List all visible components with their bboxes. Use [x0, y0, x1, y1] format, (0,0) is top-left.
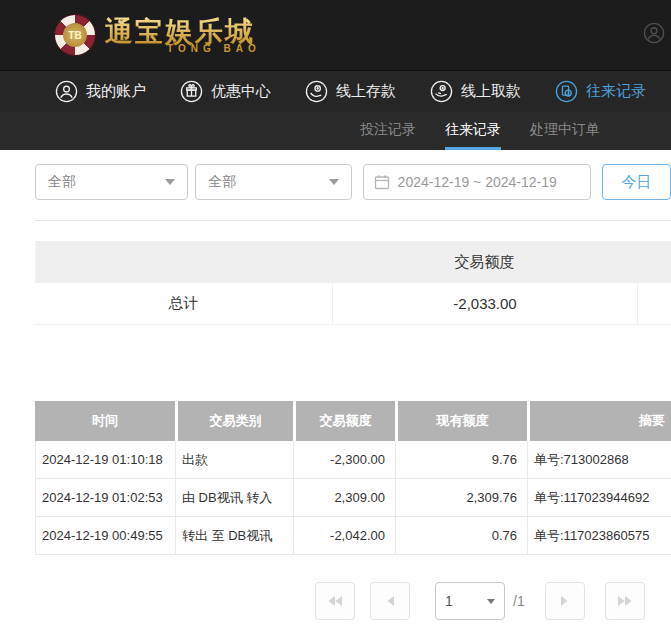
left-arrow-icon [386, 595, 395, 607]
tab-label: 往来记录 [445, 121, 501, 139]
first-page-button[interactable] [315, 582, 355, 620]
page-select-value: 1 [445, 593, 453, 609]
nav-label: 线上存款 [336, 82, 396, 101]
summary-header-amount: 交易额度 [332, 253, 637, 272]
tab-processing-orders[interactable]: 处理中订单 [530, 112, 600, 150]
cell-time: 2024-12-19 00:49:55 [36, 517, 176, 554]
user-avatar-icon[interactable] [643, 22, 665, 44]
prev-page-button[interactable] [370, 582, 410, 620]
nav-label: 往来记录 [586, 82, 646, 101]
header-time: 时间 [35, 401, 175, 441]
tab-label: 处理中订单 [530, 121, 600, 139]
date-range-value: 2024-12-19 ~ 2024-12-19 [398, 174, 557, 190]
transactions-table: 时间 交易类别 交易额度 现有额度 摘要 2024-12-19 01:10:18… [35, 401, 671, 555]
nav-item-my-account[interactable]: 我的账户 [55, 80, 146, 103]
chevron-down-icon [165, 179, 175, 185]
calendar-icon [374, 174, 390, 190]
gift-icon [180, 80, 203, 103]
pagination: 1 /1 [0, 582, 671, 620]
page-select[interactable]: 1 [435, 582, 505, 620]
brand-text: 通宝娱乐城 TONG BAO [105, 17, 261, 54]
nav-label: 我的账户 [86, 82, 146, 101]
deposit-hand-coin-icon [305, 80, 328, 103]
total-pages-label: /1 [513, 593, 525, 609]
right-arrow-icon [560, 595, 569, 607]
top-header: TB 通宝娱乐城 TONG BAO [0, 0, 671, 70]
cell-balance: 9.76 [396, 441, 528, 478]
filter-bar: 全部 全部 2024-12-19 ~ 2024-12-19 今日 [0, 164, 671, 200]
brand-logo[interactable]: TB 通宝娱乐城 TONG BAO [55, 15, 261, 55]
header-type: 交易类别 [178, 401, 293, 441]
poker-chip-icon: TB [55, 15, 95, 55]
brand-name-en: TONG BAO [167, 43, 261, 54]
records-clipboard-clock-icon [555, 80, 578, 103]
today-button[interactable]: 今日 [602, 164, 671, 200]
tab-transaction-records[interactable]: 往来记录 [445, 112, 501, 150]
summary-total-clipped [637, 283, 671, 324]
cell-time: 2024-12-19 01:02:53 [36, 479, 176, 516]
table-row: 2024-12-19 00:49:55 转出 至 DB视讯 -2,042.00 … [35, 517, 671, 555]
record-tabs: 投注记录 往来记录 处理中订单 [0, 112, 671, 150]
date-range-input[interactable]: 2024-12-19 ~ 2024-12-19 [363, 164, 591, 200]
chevron-down-icon [329, 179, 339, 185]
nav-item-transaction-records[interactable]: 往来记录 [555, 80, 646, 103]
double-right-arrow-icon [617, 595, 633, 607]
cell-balance: 0.76 [396, 517, 528, 554]
summary-header-row: 交易额度 [35, 241, 671, 283]
type-select-value: 全部 [48, 173, 76, 191]
next-page-button[interactable] [545, 582, 585, 620]
summary-total-amount: -2,033.00 [332, 283, 637, 324]
cell-summary: 单号:117023860575 [528, 517, 671, 554]
cell-time: 2024-12-19 01:10:18 [36, 441, 176, 478]
today-button-label: 今日 [621, 173, 651, 192]
transactions-header-row: 时间 交易类别 交易额度 现有额度 摘要 [35, 401, 671, 441]
double-left-arrow-icon [327, 595, 343, 607]
header-summary: 摘要 [530, 401, 671, 441]
cell-balance: 2,309.76 [396, 479, 528, 516]
cell-amount: -2,042.00 [294, 517, 396, 554]
cell-amount: -2,300.00 [294, 441, 396, 478]
nav-label: 线上取款 [461, 82, 521, 101]
cell-type: 转出 至 DB视讯 [176, 517, 294, 554]
nav-item-deposit[interactable]: 线上存款 [305, 80, 396, 103]
category-select-value: 全部 [208, 173, 236, 191]
cell-amount: 2,309.00 [294, 479, 396, 516]
header-amount: 交易额度 [296, 401, 395, 441]
chip-label: TB [63, 23, 87, 47]
category-select[interactable]: 全部 [195, 164, 351, 200]
main-nav: 我的账户 优惠中心 线上存款 线上取款 往来 [0, 70, 671, 112]
chevron-down-icon [487, 599, 495, 604]
nav-label: 优惠中心 [211, 82, 271, 101]
summary-total-label: 总计 [35, 294, 332, 313]
user-icon [55, 80, 78, 103]
table-row: 2024-12-19 01:02:53 由 DB视讯 转入 2,309.00 2… [35, 479, 671, 517]
header-balance: 现有额度 [398, 401, 527, 441]
withdraw-hand-coin-icon [430, 80, 453, 103]
section-divider [35, 220, 671, 221]
type-select[interactable]: 全部 [35, 164, 188, 200]
nav-item-promotions[interactable]: 优惠中心 [180, 80, 271, 103]
cell-summary: 单号:713002868 [528, 441, 671, 478]
cell-type: 由 DB视讯 转入 [176, 479, 294, 516]
content-area: 全部 全部 2024-12-19 ~ 2024-12-19 今日 交易额度 [0, 150, 671, 620]
nav-item-withdraw[interactable]: 线上取款 [430, 80, 521, 103]
table-row: 2024-12-19 01:10:18 出款 -2,300.00 9.76 单号… [35, 441, 671, 479]
tab-label: 投注记录 [360, 121, 416, 139]
cell-type: 出款 [176, 441, 294, 478]
last-page-button[interactable] [605, 582, 645, 620]
summary-total-row: 总计 -2,033.00 [35, 283, 671, 325]
cell-summary: 单号:117023944692 [528, 479, 671, 516]
tab-betting-records[interactable]: 投注记录 [360, 112, 416, 150]
summary-table: 交易额度 总计 -2,033.00 [35, 241, 671, 325]
